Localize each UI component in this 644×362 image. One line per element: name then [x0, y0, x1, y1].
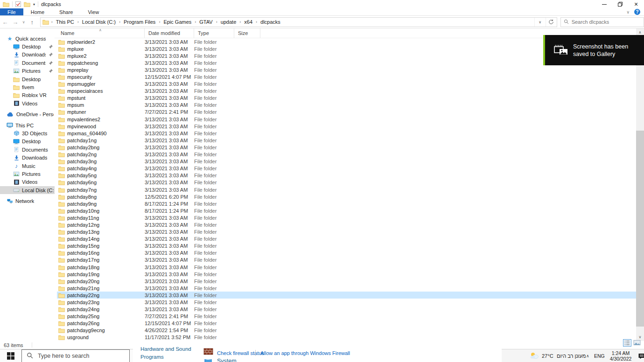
qat-dropdown-icon[interactable]: ▾: [33, 2, 35, 7]
file-row-patchday9ng[interactable]: patchday9ng8/17/2021 1:24 PMFile folder: [57, 200, 636, 207]
file-row-mpspecialraces[interactable]: mpspecialraces3/13/2021 3:03 AMFile fold…: [57, 88, 636, 95]
close-button[interactable]: ×: [628, 0, 644, 8]
scrollbar-thumb[interactable]: [636, 131, 644, 327]
breadcrumb-item[interactable]: Epic Games: [161, 19, 194, 25]
file-row-patchday14ng[interactable]: patchday14ng3/13/2021 3:03 AMFile folder: [57, 236, 636, 243]
sidebar-item-this-pc[interactable]: This PC: [0, 121, 55, 129]
language-indicator[interactable]: ENG: [594, 349, 605, 362]
breadcrumb-item[interactable]: x64: [241, 19, 255, 25]
file-row-patchday20ng[interactable]: patchday20ng3/13/2021 3:03 AMFile folder: [57, 278, 636, 285]
column-header-size[interactable]: Size: [234, 28, 260, 38]
breadcrumb-item[interactable]: GTAV: [196, 19, 215, 25]
file-row-mpreplay[interactable]: mpreplay3/13/2021 3:03 AMFile folder: [57, 66, 636, 73]
sidebar-item-pictures[interactable]: Pictures: [0, 170, 55, 178]
tray-expand-icon[interactable]: ∧: [586, 349, 589, 362]
address-bar[interactable]: › This PC›Local Disk (C:)›Program Files›…: [40, 17, 557, 27]
weather-widget[interactable]: 27°C: [529, 349, 553, 362]
file-row-patchday17ng[interactable]: patchday17ng3/13/2021 3:03 AMFile folder: [57, 257, 636, 264]
file-row-mpsecurity[interactable]: mpsecurity12/15/2021 4:07 PMFile folder: [57, 73, 636, 80]
up-icon[interactable]: ↑: [27, 19, 37, 26]
refresh-icon[interactable]: [546, 18, 557, 27]
sidebar-item-downloads[interactable]: Downloads: [0, 153, 55, 161]
address-dropdown-icon[interactable]: ∨: [534, 18, 546, 27]
file-row-patchday10ng[interactable]: patchday10ng8/17/2021 1:24 PMFile folder: [57, 207, 636, 214]
ribbon-collapse-icon[interactable]: ∨: [626, 10, 630, 14]
file-row-patchdayg9ecng[interactable]: patchdayg9ecng4/26/2022 1:54 PMFile fold…: [57, 327, 636, 334]
file-row-patchday15ng[interactable]: patchday15ng3/13/2021 3:03 AMFile folder: [57, 243, 636, 250]
file-row-patchday22ng[interactable]: patchday22ng3/13/2021 3:03 AMFile folder: [57, 292, 636, 299]
cp-category-system[interactable]: System: [217, 358, 237, 362]
details-view-button[interactable]: [623, 339, 631, 347]
recent-locations-icon[interactable]: ∨: [21, 20, 27, 24]
sidebar-item-videos[interactable]: Videos: [0, 178, 55, 186]
sidebar-item-onedrive-personal[interactable]: OneDrive - Personal: [0, 111, 55, 118]
sidebar-item-3d-objects[interactable]: 3D Objects: [0, 129, 55, 137]
cp-category-programs[interactable]: Programs: [140, 354, 164, 360]
file-row-patchday7ng[interactable]: patchday7ng3/13/2021 3:03 AMFile folder: [57, 186, 636, 193]
taskbar-search-input[interactable]: [38, 353, 125, 359]
sidebar-item-desktop[interactable]: Desktop: [0, 42, 55, 50]
start-button[interactable]: [0, 349, 21, 362]
file-row-patchday23ng[interactable]: patchday23ng3/13/2021 3:03 AMFile folder: [57, 299, 636, 306]
sidebar-item-desktop[interactable]: Desktop: [0, 75, 55, 83]
file-row-patchday5ng[interactable]: patchday5ng3/13/2021 3:03 AMFile folder: [57, 172, 636, 179]
properties-check-icon[interactable]: [15, 1, 21, 7]
sidebar-item-documents[interactable]: Documents: [0, 146, 55, 153]
action-center-icon[interactable]: [638, 349, 644, 362]
breadcrumb-item[interactable]: Local Disk (C:): [79, 19, 119, 25]
file-row-patchday16ng[interactable]: patchday16ng3/13/2021 3:03 AMFile folder: [57, 250, 636, 257]
file-row-mptuner[interactable]: mptuner7/27/2021 2:41 PMFile folder: [57, 109, 636, 116]
breadcrumb-item[interactable]: This PC: [53, 19, 77, 25]
vertical-scrollbar[interactable]: ∧ ∨: [636, 28, 644, 341]
file-row-mpsmuggler[interactable]: mpsmuggler3/13/2021 3:03 AMFile folder: [57, 81, 636, 88]
column-header-type[interactable]: Type: [194, 28, 234, 38]
sidebar-item-desktop[interactable]: Desktop: [0, 138, 55, 146]
breadcrumb-item[interactable]: update: [218, 19, 239, 25]
weather-description[interactable]: מעונן רב היום: [557, 349, 586, 362]
file-row-patchday4ng[interactable]: patchday4ng3/13/2021 3:03 AMFile folder: [57, 165, 636, 172]
sidebar-item-downloads[interactable]: Downloads: [0, 51, 55, 59]
sidebar-item-pictures[interactable]: Pictures: [0, 67, 55, 75]
cp-link-allow-app[interactable]: Allow an app through Windows Firewall: [260, 350, 350, 356]
file-row-mpstunt[interactable]: mpstunt3/13/2021 3:03 AMFile folder: [57, 95, 636, 102]
file-row-mpsum[interactable]: mpsum3/13/2021 3:03 AMFile folder: [57, 102, 636, 109]
file-row-patchday21ng[interactable]: patchday21ng3/13/2021 3:03 AMFile folder: [57, 285, 636, 292]
file-row-patchday8ng[interactable]: patchday8ng12/5/2021 6:20 PMFile folder: [57, 193, 636, 200]
file-row-mpxmas_604490[interactable]: mpxmas_6044903/13/2021 3:03 AMFile folde…: [57, 130, 636, 137]
file-row-patchday3ng[interactable]: patchday3ng3/13/2021 3:03 AMFile folder: [57, 158, 636, 165]
file-row-patchday6ng[interactable]: patchday6ng3/13/2021 3:03 AMFile folder: [57, 179, 636, 186]
search-input[interactable]: [572, 19, 641, 25]
back-icon[interactable]: ←: [0, 19, 10, 26]
column-header-name[interactable]: Name ∧: [57, 28, 145, 38]
restore-button[interactable]: [612, 0, 628, 8]
sidebar-item-local-disk-c-[interactable]: Local Disk (C:): [0, 186, 55, 194]
minimize-button[interactable]: [596, 0, 612, 8]
help-icon[interactable]: ?: [634, 9, 640, 15]
screenshot-toast-notification[interactable]: Screenshot has been saved to Gallery: [543, 35, 644, 65]
file-row-patchday13ng[interactable]: patchday13ng3/13/2021 3:03 AMFile folder: [57, 229, 636, 236]
sidebar-item-music[interactable]: ♪Music: [0, 162, 55, 170]
file-row-patchday12ng[interactable]: patchday12ng3/13/2021 3:03 AMFile folder: [57, 221, 636, 228]
new-folder-icon[interactable]: [24, 1, 30, 7]
sidebar-item-roblox-vr[interactable]: Roblox VR: [0, 91, 55, 99]
cp-link-check-firewall[interactable]: Check firewall status: [217, 350, 264, 356]
sidebar-item-videos[interactable]: Videos: [0, 99, 55, 107]
file-row-patchday18ng[interactable]: patchday18ng3/13/2021 3:03 AMFile folder: [57, 264, 636, 271]
clock[interactable]: 1:24 AM 4/30/2022: [606, 349, 635, 362]
file-row-patchday25ng[interactable]: patchday25ng7/27/2021 2:41 PMFile folder: [57, 313, 636, 320]
breadcrumb-item[interactable]: Program Files: [121, 19, 158, 25]
tab-share[interactable]: Share: [52, 8, 80, 15]
file-row-patchday11ng[interactable]: patchday11ng3/13/2021 3:03 AMFile folder: [57, 214, 636, 221]
cp-category-hardware-sound[interactable]: Hardware and Sound: [140, 346, 191, 352]
file-row-patchday2bng[interactable]: patchday2bng3/13/2021 3:03 AMFile folder: [57, 144, 636, 151]
forward-icon[interactable]: →: [10, 19, 21, 26]
sidebar-item-documents[interactable]: Documents: [0, 59, 55, 67]
file-row-mpvalentines2[interactable]: mpvalentines23/13/2021 3:03 AMFile folde…: [57, 116, 636, 123]
sidebar-item-network[interactable]: Network: [0, 197, 55, 205]
tab-file[interactable]: File: [0, 8, 23, 15]
breadcrumb-item[interactable]: dlcpacks: [258, 19, 283, 25]
column-header-date-modified[interactable]: Date modified: [145, 28, 194, 38]
file-row-patchday2ng[interactable]: patchday2ng3/13/2021 3:03 AMFile folder: [57, 151, 636, 158]
sidebar-item-fivem[interactable]: fivem: [0, 83, 55, 91]
file-row-usground[interactable]: usground11/17/2021 3:52 PMFile folder: [57, 334, 636, 341]
